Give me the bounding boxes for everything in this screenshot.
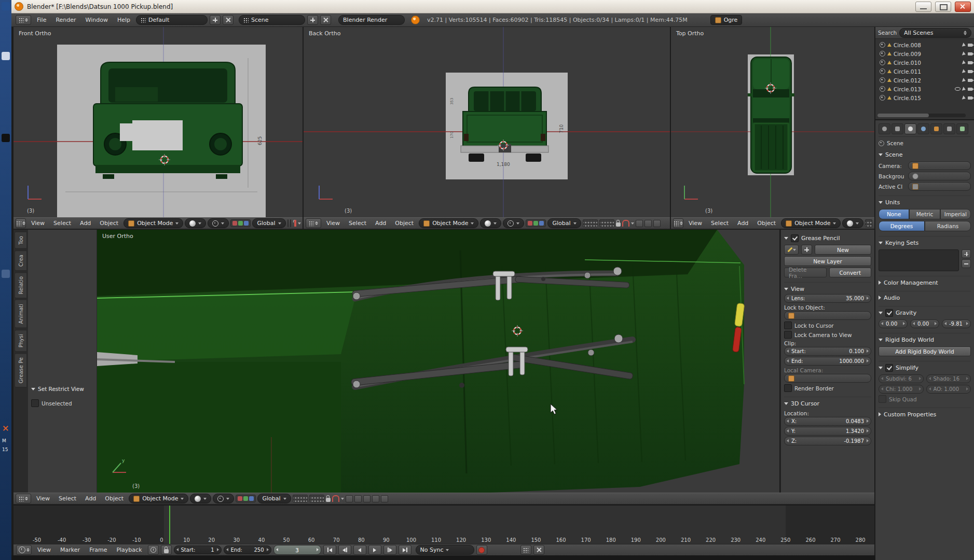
camera-icon[interactable] [968,61,972,64]
object-name[interactable]: Circle.011 [894,68,961,75]
eye-icon[interactable] [955,87,961,91]
keying-sets-header[interactable]: Keying Sets [879,237,971,248]
units-radians-button[interactable]: Radians [925,221,971,231]
editor-type-button[interactable] [673,218,683,228]
add-pencil-button[interactable] [801,245,812,255]
simplify-child-field[interactable]: Chi: 1.000 [879,385,924,394]
screen-layout-selector[interactable]: Default [136,15,208,25]
clip-start-field[interactable]: Start:0.100 [784,347,871,356]
object-menu[interactable]: Object [753,218,779,229]
gravity-x-field[interactable]: 0.00 [879,319,908,328]
editor-type-button[interactable] [16,494,31,503]
view-menu[interactable]: View [33,494,53,504]
lock-to-cursor-checkbox[interactable] [784,321,792,329]
clip-end-field[interactable]: End:1000.000 [784,357,871,366]
jump-to-start-button[interactable] [323,545,336,555]
os-taskbar-icon[interactable] [2,2,10,10]
truck-underside[interactable] [97,230,744,493]
convert-button[interactable]: Convert [829,268,872,277]
end-frame-field[interactable]: End:250 [224,545,271,554]
cursor-icon[interactable] [962,87,966,92]
skip-quad-checkbox[interactable] [879,395,886,403]
layers-toggle[interactable] [865,219,872,227]
render-engine-selector[interactable]: Blender Render [338,15,405,25]
editor-type-button[interactable] [16,545,32,555]
units-degrees-button[interactable]: Degrees [879,221,925,231]
orientation-dropdown[interactable]: Global [252,218,285,228]
render-menu[interactable]: Render [52,15,79,25]
simplify-ao-field[interactable]: AO: 1.000 [926,385,971,394]
front-viewport-canvas[interactable]: 625 (3) Front Ortho [13,27,303,217]
tab-constraints-icon[interactable] [943,123,955,134]
new-button[interactable]: New [815,245,871,255]
render-opengl-anim-icon[interactable] [381,495,388,502]
gravity-z-field[interactable]: -9.81 [942,319,971,328]
simplify-checkbox[interactable] [885,364,893,372]
jump-to-end-button[interactable] [399,545,411,555]
editor-type-button[interactable] [306,218,321,228]
shading-dropdown[interactable] [480,218,501,228]
cursor-icon[interactable] [962,69,966,74]
snap-element-icon[interactable] [346,495,353,502]
manipulator-toggle[interactable] [230,219,251,227]
object-name[interactable]: Circle.012 [894,77,961,83]
close-button[interactable] [955,2,971,12]
snap-element-icon[interactable] [636,220,643,227]
outliner-hscrollbar[interactable] [877,114,966,117]
record-button[interactable] [476,545,487,555]
pencil-draw-button[interactable] [784,245,799,255]
pivot-dropdown[interactable] [208,218,229,228]
add-layout-button[interactable] [210,15,221,25]
os-close-icon[interactable] [2,424,10,432]
frame-menu[interactable]: Frame [86,545,111,555]
lock-object-field[interactable] [784,311,871,320]
snap-target-icon[interactable] [644,220,652,227]
lock-frame-button[interactable] [161,545,172,555]
outliner-row[interactable]: Circle.015 [875,93,974,102]
select-menu[interactable]: Select [55,494,80,504]
camera-icon[interactable] [968,52,972,55]
select-menu[interactable]: Select [50,218,75,229]
back-viewport-canvas[interactable]: 1,180 710 353 170 (3) Back Ortho [304,27,670,217]
truck-back[interactable] [461,87,548,162]
render-border-checkbox[interactable] [784,384,792,392]
object-menu[interactable]: Object [391,218,417,229]
editor-type-button[interactable] [16,218,26,228]
layers-toggle[interactable] [290,219,291,227]
scissors-button[interactable] [533,545,544,555]
unselected-checkbox[interactable] [31,399,39,407]
tab-world-icon[interactable] [917,123,929,134]
sync-dropdown[interactable]: No Sync [416,545,474,555]
current-frame-field[interactable]: 3 [273,545,321,555]
ogre-button[interactable]: Ogre [710,15,743,25]
cursor-icon[interactable] [962,60,966,65]
object-name[interactable]: Circle.015 [894,95,961,101]
color-management-header[interactable]: Color Management [879,277,971,288]
lock-icon[interactable] [326,498,331,502]
expand-icon[interactable] [880,95,885,101]
outliner-row[interactable]: Circle.013 [875,85,974,93]
user-viewport-canvas[interactable]: y (3) User Ortho [97,230,779,493]
gravity-header[interactable]: Gravity [879,307,971,318]
tab-create[interactable]: Crea [15,250,27,271]
outliner-row[interactable]: Circle.012 [875,76,974,85]
add-rigid-body-world-button[interactable]: Add Rigid Body World [879,346,971,356]
top-viewport-canvas[interactable]: (3) Top Ortho [671,27,874,217]
orientation-dropdown[interactable]: Global [547,218,581,228]
chevron-down-icon[interactable] [631,222,634,225]
tab-data-icon[interactable] [956,123,968,134]
camera-field[interactable] [908,161,971,170]
new-layer-button[interactable]: New Layer [784,256,871,266]
units-panel-header[interactable]: Units [879,197,971,207]
cursor-icon[interactable] [962,95,966,101]
keying-set-button[interactable] [520,545,531,555]
grease-pencil-header[interactable]: Grease Pencil [784,233,871,243]
object-name[interactable]: Circle.008 [894,42,961,48]
outliner-row[interactable]: Circle.008 [875,40,974,49]
local-camera-field[interactable] [784,374,871,383]
expand-icon[interactable] [880,77,885,83]
next-keyframe-button[interactable] [383,545,396,555]
file-menu[interactable]: File [33,15,50,25]
tab-grease-pencil[interactable]: Grease Pe [15,353,27,387]
cursor-panel-header[interactable]: 3D Cursor [784,398,871,409]
